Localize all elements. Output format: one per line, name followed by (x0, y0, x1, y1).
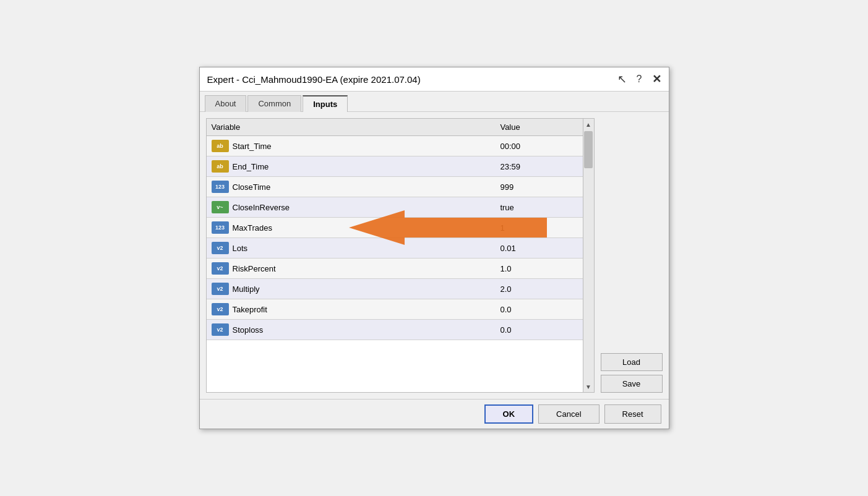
tab-about[interactable]: About (205, 95, 247, 112)
variable-cell: ab End_Time (207, 156, 496, 177)
tab-inputs[interactable]: Inputs (303, 95, 348, 112)
table-header-row: Variable Value (207, 119, 594, 136)
type-badge: v2 (212, 242, 229, 254)
col-value: Value (495, 119, 593, 136)
variable-name: CloseInReverse (233, 203, 290, 212)
cursor-icon: ↖ (617, 72, 627, 86)
scrollbar[interactable]: ▲ ▼ (583, 119, 594, 392)
scroll-down-button[interactable]: ▼ (583, 381, 594, 392)
col-variable: Variable (207, 119, 496, 136)
table-row[interactable]: 123 MaxTrades 1 (207, 218, 594, 238)
variable-name: Lots (233, 244, 248, 253)
type-badge: 123 (212, 221, 229, 234)
inputs-table-scroll[interactable]: Variable Value ab Start_Time 00:00 ab En… (207, 119, 594, 392)
value-cell: 1 (495, 218, 593, 238)
variable-cell: 123 CloseTime (207, 177, 496, 197)
side-button-panel: Load Save (601, 118, 663, 393)
variable-cell: ab Start_Time (207, 136, 496, 156)
value-cell: 0.0 (495, 320, 593, 340)
table-row[interactable]: v2 Multiply 2.0 (207, 279, 594, 299)
close-button[interactable]: ✕ (652, 72, 661, 86)
type-badge: v2 (212, 303, 229, 315)
variable-cell: v2 Lots (207, 238, 496, 259)
type-badge: 123 (212, 181, 229, 193)
variable-name: End_Time (233, 162, 269, 171)
tab-common[interactable]: Common (247, 95, 301, 112)
table-row[interactable]: v2 RiskPercent 1.0 (207, 259, 594, 279)
table-body: ab Start_Time 00:00 ab End_Time 23:59 12… (207, 136, 594, 340)
value-cell: true (495, 197, 593, 218)
value-cell: 0.0 (495, 299, 593, 320)
value-cell: 1.0 (495, 259, 593, 279)
cancel-button[interactable]: Cancel (538, 404, 599, 424)
variable-name: Stoploss (233, 325, 264, 335)
variable-cell: v2 Takeprofit (207, 299, 496, 320)
title-bar: Expert - Cci_Mahmoud1990-EA (expire 2021… (200, 67, 669, 92)
type-badge: ab (212, 140, 229, 152)
inputs-table: Variable Value ab Start_Time 00:00 ab En… (207, 119, 594, 340)
ok-button[interactable]: OK (484, 404, 534, 424)
variable-cell: v~ CloseInReverse (207, 197, 496, 218)
variable-name: CloseTime (233, 182, 271, 192)
inputs-table-container: Variable Value ab Start_Time 00:00 ab En… (206, 118, 595, 393)
value-cell: 999 (495, 177, 593, 197)
table-row[interactable]: v2 Lots 0.01 (207, 238, 594, 259)
variable-name: Takeprofit (233, 305, 267, 314)
variable-name: RiskPercent (233, 264, 276, 273)
value-cell: 0.01 (495, 238, 593, 259)
type-badge: v~ (212, 201, 229, 213)
value-cell: 23:59 (495, 156, 593, 177)
table-row[interactable]: ab End_Time 23:59 (207, 156, 594, 177)
tab-bar: About Common Inputs (200, 92, 669, 112)
type-badge: v2 (212, 283, 229, 295)
footer: OK Cancel Reset (200, 399, 669, 429)
scroll-up-button[interactable]: ▲ (583, 119, 594, 130)
variable-name: MaxTrades (233, 223, 273, 233)
save-button[interactable]: Save (601, 375, 663, 393)
scroll-thumb[interactable] (584, 131, 593, 168)
variable-cell: v2 RiskPercent (207, 259, 496, 279)
table-row[interactable]: v~ CloseInReverse true (207, 197, 594, 218)
load-button[interactable]: Load (601, 353, 663, 371)
dialog: Expert - Cci_Mahmoud1990-EA (expire 2021… (199, 67, 669, 429)
content-area: Variable Value ab Start_Time 00:00 ab En… (200, 112, 669, 399)
value-cell: 00:00 (495, 136, 593, 156)
variable-cell: 123 MaxTrades (207, 218, 496, 238)
value-cell: 2.0 (495, 279, 593, 299)
reset-button[interactable]: Reset (604, 404, 661, 424)
table-row[interactable]: 123 CloseTime 999 (207, 177, 594, 197)
dialog-title: Expert - Cci_Mahmoud1990-EA (expire 2021… (207, 74, 421, 85)
type-badge: v2 (212, 323, 229, 336)
table-row[interactable]: v2 Takeprofit 0.0 (207, 299, 594, 320)
table-row[interactable]: v2 Stoploss 0.0 (207, 320, 594, 340)
table-row[interactable]: ab Start_Time 00:00 (207, 136, 594, 156)
help-button[interactable]: ? (637, 74, 642, 85)
type-badge: v2 (212, 262, 229, 275)
type-badge: ab (212, 160, 229, 173)
title-controls: ↖ ? ✕ (617, 72, 661, 86)
variable-name: Start_Time (233, 142, 272, 151)
variable-name: Multiply (233, 284, 260, 294)
variable-cell: v2 Multiply (207, 279, 496, 299)
variable-cell: v2 Stoploss (207, 320, 496, 340)
